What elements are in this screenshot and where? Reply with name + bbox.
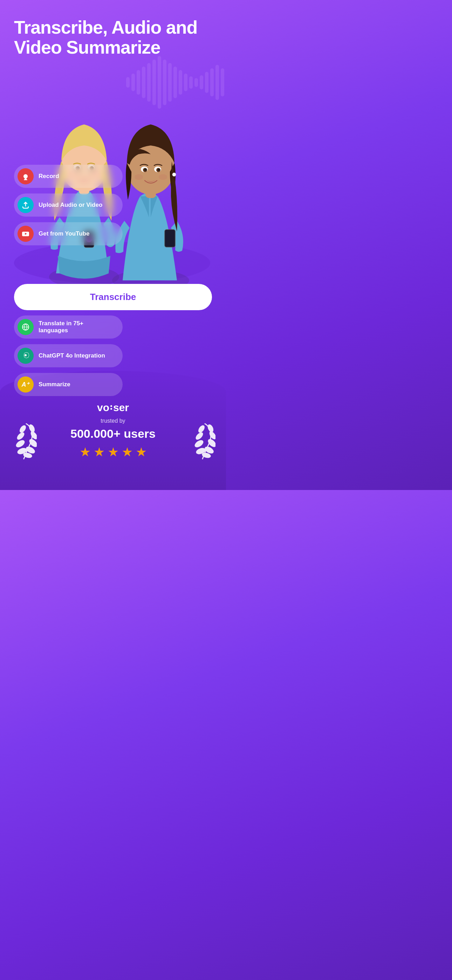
trusted-by-label: trusted by (100, 418, 125, 424)
svg-point-41 (15, 439, 26, 449)
svg-point-47 (207, 423, 215, 433)
summarize-icon: A⁺ (18, 376, 33, 393)
bottom-features: Translate in 75+ languages ChatGPT 4o In… (14, 315, 123, 396)
upload-icon (18, 197, 33, 213)
svg-rect-29 (24, 180, 27, 180)
upload-label: Upload Audio or Video (38, 202, 102, 208)
translate-icon (18, 319, 33, 335)
page-wrapper: Transcribe, Audio and Video Summarize (0, 0, 226, 490)
star-2: ★ (94, 445, 105, 460)
svg-point-23 (135, 174, 143, 180)
feature-translate[interactable]: Translate in 75+ languages (14, 315, 123, 339)
feature-summarize[interactable]: A⁺ Summarize (14, 373, 123, 396)
translate-label: Translate in 75+ languages (38, 320, 114, 334)
star-4: ★ (122, 445, 133, 460)
feature-record[interactable]: Record (14, 165, 123, 188)
transcribe-button-area: Transcribe (14, 284, 212, 310)
youtube-icon (18, 226, 33, 242)
summarize-label: Summarize (38, 381, 70, 388)
feature-chatgpt[interactable]: ChatGPT 4o Integration (14, 344, 123, 368)
top-features: Record Upload Audio or Video Get from Yo… (14, 165, 123, 245)
hero-title: Transcribe, Audio and Video Summarize (0, 0, 226, 57)
users-count: 500.000+ users (70, 427, 156, 441)
feature-upload[interactable]: Upload Audio or Video (14, 194, 123, 216)
svg-point-22 (158, 169, 160, 171)
transcribe-button[interactable]: Transcribe (14, 284, 212, 310)
svg-point-24 (159, 174, 167, 180)
record-label: Record (38, 173, 59, 180)
svg-rect-26 (165, 229, 175, 247)
voiser-logo: vo ser (97, 402, 129, 414)
svg-point-50 (193, 439, 205, 449)
feature-youtube[interactable]: Get from YouTube (14, 222, 123, 245)
stars-row: ★ ★ ★ ★ ★ (80, 445, 147, 460)
laurel-left-icon (11, 420, 37, 469)
svg-point-34 (24, 354, 27, 356)
svg-point-38 (28, 423, 36, 433)
svg-rect-28 (24, 178, 27, 180)
star-5: ★ (135, 445, 147, 460)
laurel-right-icon (189, 420, 215, 469)
chatgpt-label: ChatGPT 4o Integration (38, 352, 105, 359)
record-icon (18, 168, 33, 185)
chatgpt-icon (18, 348, 33, 364)
transcribe-button-label: Transcribe (90, 292, 136, 302)
youtube-label: Get from YouTube (38, 230, 89, 237)
star-3: ★ (108, 445, 119, 460)
svg-point-25 (172, 173, 176, 176)
svg-point-21 (144, 169, 146, 171)
star-1: ★ (80, 445, 91, 460)
